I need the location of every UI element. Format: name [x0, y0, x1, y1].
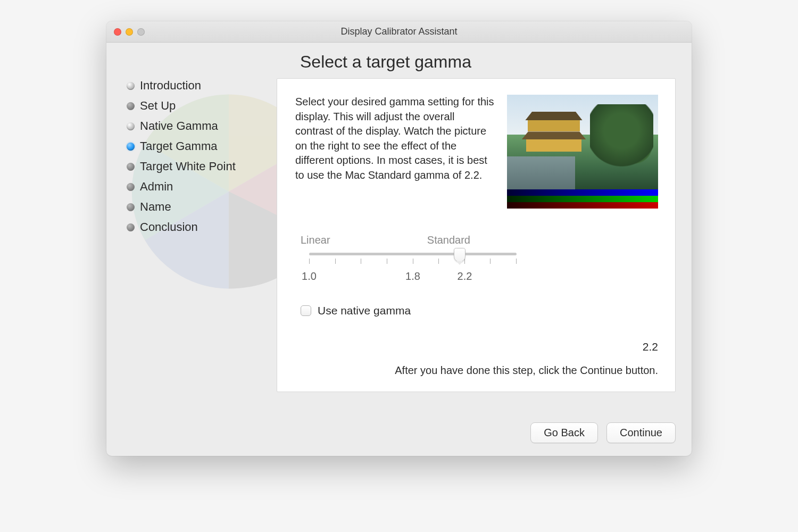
step-label: Conclusion — [140, 220, 198, 234]
step-label: Target White Point — [140, 160, 236, 173]
step-bullet-icon — [127, 82, 135, 90]
step-bullet-icon — [127, 122, 135, 130]
green-gradient-bar — [507, 196, 658, 202]
sidebar: Introduction Set Up Native Gamma Target … — [106, 43, 277, 415]
sidebar-item-native-gamma: Native Gamma — [127, 116, 277, 136]
go-back-button[interactable]: Go Back — [530, 422, 598, 443]
slider-label-linear: Linear — [301, 234, 427, 246]
sidebar-item-conclusion: Conclusion — [127, 217, 277, 237]
step-bullet-icon — [127, 163, 135, 171]
step-label: Name — [140, 200, 171, 214]
native-gamma-label: Use native gamma — [318, 304, 411, 317]
close-icon[interactable] — [114, 28, 121, 36]
red-gradient-bar — [507, 202, 658, 209]
hint-text: After you have done this step, click the… — [395, 364, 658, 377]
slider-mark-mid: 1.8 — [405, 270, 420, 282]
slider-mark-std: 2.2 — [458, 270, 472, 282]
titlebar: Display Calibrator Assistant — [106, 21, 692, 43]
window-title: Display Calibrator Assistant — [340, 26, 457, 37]
step-list: Introduction Set Up Native Gamma Target … — [127, 76, 277, 237]
slider-ticks — [309, 259, 517, 264]
step-label: Target Gamma — [140, 139, 218, 153]
step-bullet-icon — [127, 203, 135, 211]
step-label: Introduction — [140, 79, 201, 93]
step-label: Admin — [140, 180, 173, 194]
sidebar-item-admin: Admin — [127, 177, 277, 197]
sidebar-item-setup: Set Up — [127, 96, 277, 116]
color-bars — [507, 189, 658, 209]
maximize-icon — [137, 28, 145, 36]
content-panel: Select your desired gamma setting for th… — [277, 78, 676, 392]
footer: Go Back Continue — [106, 415, 692, 456]
sidebar-item-target-white-point: Target White Point — [127, 156, 277, 177]
current-gamma-value: 2.2 — [643, 340, 658, 353]
step-bullet-icon — [127, 183, 135, 191]
preview-area — [507, 95, 658, 209]
window: Display Calibrator Assistant Introductio… — [106, 21, 692, 456]
native-gamma-checkbox[interactable] — [301, 305, 311, 316]
main-content: Select a target gamma Select your desire… — [277, 43, 692, 415]
blue-gradient-bar — [507, 189, 658, 196]
slider-section: Linear Standard 1.0 1.8 2.2 — [295, 234, 658, 284]
step-bullet-icon — [127, 223, 135, 231]
continue-button[interactable]: Continue — [606, 422, 676, 443]
preview-image — [507, 95, 658, 189]
step-bullet-icon — [127, 143, 135, 151]
page-title: Select a target gamma — [300, 52, 676, 72]
step-label: Native Gamma — [140, 119, 218, 133]
step-label: Set Up — [140, 99, 176, 113]
sidebar-item-name: Name — [127, 197, 277, 217]
slider-label-standard: Standard — [427, 234, 470, 246]
step-bullet-icon — [127, 102, 135, 110]
sidebar-item-target-gamma: Target Gamma — [127, 136, 277, 156]
minimize-icon[interactable] — [126, 28, 133, 36]
slider-mark-min: 1.0 — [302, 270, 317, 282]
traffic-lights — [106, 28, 145, 36]
slider-thumb[interactable] — [454, 248, 466, 262]
sidebar-item-introduction: Introduction — [127, 76, 277, 96]
description-text: Select your desired gamma setting for th… — [295, 95, 494, 209]
gamma-slider[interactable] — [309, 253, 517, 255]
